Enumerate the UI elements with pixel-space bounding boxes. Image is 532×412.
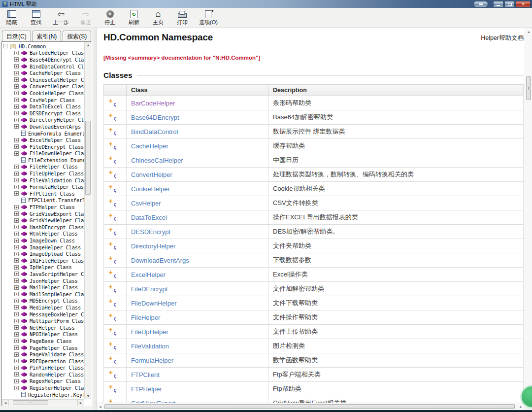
expand-icon[interactable] <box>14 345 19 350</box>
tree-item[interactable]: DESDEncrypt Class <box>3 110 84 117</box>
tree-item[interactable]: GridViewExport Class <box>3 210 84 217</box>
tree-item[interactable]: FTPHelper Class <box>3 204 84 210</box>
tree-item[interactable]: ImageUpload Class <box>3 250 84 257</box>
expand-icon[interactable] <box>14 312 19 316</box>
expand-icon[interactable] <box>14 265 19 270</box>
expand-icon[interactable] <box>14 118 19 122</box>
expand-icon[interactable] <box>14 258 19 263</box>
expand-icon[interactable] <box>14 272 19 276</box>
expand-icon[interactable] <box>14 84 19 89</box>
class-link[interactable]: FTPHelper <box>131 385 162 393</box>
class-link[interactable]: FTPClient <box>131 371 160 378</box>
class-link[interactable]: DownloadEventArgs <box>131 257 189 264</box>
expand-icon[interactable] <box>14 57 19 62</box>
toolbar-button[interactable]: 主页 <box>149 9 167 27</box>
expand-icon[interactable] <box>14 185 19 189</box>
tree-root[interactable]: HD.Common <box>3 43 84 50</box>
scroll-up-icon[interactable]: ▲ <box>85 42 92 48</box>
class-link[interactable]: DirectoryHelper <box>131 242 175 250</box>
expand-icon[interactable] <box>14 305 19 309</box>
expand-icon[interactable] <box>14 51 19 55</box>
tree-item[interactable]: MessageBoxHelper Class <box>3 311 84 318</box>
class-link[interactable]: ConvertHelper <box>131 171 172 178</box>
tree-item[interactable]: ExcelHelper Class <box>3 137 84 143</box>
tree-item[interactable]: FileDEncrypt Class <box>3 143 84 150</box>
class-link[interactable]: FileDownHelper <box>131 300 176 307</box>
tree-item[interactable]: MD5Encrypt Class <box>3 298 84 305</box>
class-link[interactable]: FormulaHelper <box>131 357 173 364</box>
expand-icon[interactable] <box>14 104 19 109</box>
class-link[interactable]: BindDataControl <box>131 128 178 136</box>
class-link[interactable]: CacheHelper <box>131 142 168 150</box>
toolbar-button[interactable]: 打印 <box>173 9 191 27</box>
expand-icon[interactable] <box>14 232 19 236</box>
tree-item[interactable]: PDFOperation Class <box>3 358 84 365</box>
tree-item[interactable]: ConvertHelper Class <box>3 83 84 90</box>
tree-item[interactable]: PageHelper Class <box>3 344 84 351</box>
class-link[interactable]: FileUpHelper <box>131 328 168 336</box>
expand-icon[interactable] <box>14 191 19 196</box>
tree-item[interactable]: BarCodeHelper Class <box>3 50 84 57</box>
tree-item[interactable]: JavaScriptHelper Class <box>3 271 84 277</box>
tree-item[interactable]: Base64DEncrypt Class <box>3 56 84 63</box>
tree-item[interactable]: ImageDown Class <box>3 237 84 244</box>
expand-icon[interactable] <box>14 252 19 256</box>
tree-item[interactable]: CacheHelper Class <box>3 69 84 76</box>
expand-icon[interactable] <box>14 379 19 383</box>
expand-icon[interactable] <box>14 138 19 142</box>
tree-item[interactable]: GridViewHelper Class <box>3 217 84 224</box>
tree-item[interactable]: RandomHelper Class <box>3 371 84 378</box>
class-link[interactable]: CsvHelper <box>131 200 161 207</box>
class-link[interactable]: FileDEncrypt <box>131 285 167 293</box>
tree-item[interactable]: IpHelper Class <box>3 264 84 271</box>
tree-item[interactable]: BindDataControl Class <box>3 63 84 70</box>
expand-icon[interactable] <box>14 339 19 343</box>
tree-item[interactable]: FormulaHelper Class <box>3 183 84 190</box>
toolbar-button[interactable]: 选项(O) <box>198 9 219 27</box>
class-link[interactable]: DataToExcel <box>131 214 167 221</box>
tree-item[interactable]: CookieHelper Class <box>3 90 84 97</box>
expand-icon[interactable] <box>14 225 19 229</box>
titlebar-extra-button[interactable] <box>473 1 488 7</box>
scroll-left-icon[interactable]: ◄ <box>97 403 104 411</box>
expand-icon[interactable] <box>14 91 19 95</box>
tree-item[interactable]: MailSmtpHelper Class <box>3 291 84 298</box>
content-horizontal-scrollbar[interactable]: ◄ ► <box>97 403 525 410</box>
class-link[interactable]: ExcelHelper <box>131 271 166 278</box>
expand-icon[interactable] <box>14 64 19 69</box>
tree-item[interactable]: FileDownHelper Class <box>3 150 84 157</box>
scroll-right-icon[interactable]: ► <box>77 400 84 406</box>
expand-icon[interactable] <box>14 352 19 357</box>
expand-icon[interactable] <box>14 111 19 115</box>
tree-item[interactable]: CsvHelper Class <box>3 97 84 103</box>
tree-item[interactable]: FTPClient Class <box>3 190 84 197</box>
expand-icon[interactable] <box>14 285 19 290</box>
tree-item[interactable]: FileExtension Enumeration <box>3 157 84 164</box>
toolbar-button[interactable]: 前进 <box>77 9 95 27</box>
expand-icon[interactable] <box>14 372 19 377</box>
expand-icon[interactable] <box>14 325 19 330</box>
expand-icon[interactable] <box>14 124 19 129</box>
tree-item[interactable]: NetHelper Class <box>3 324 84 331</box>
toolbar-button[interactable]: 隐藏 <box>3 9 21 27</box>
scroll-left-icon[interactable]: ◄ <box>2 400 9 406</box>
expand-icon[interactable] <box>14 278 19 283</box>
tree-item[interactable]: FileUpHelper Class <box>3 170 84 177</box>
expand-icon[interactable] <box>14 172 19 176</box>
tree-item[interactable]: PinYinHelper Class <box>3 365 84 372</box>
tree-item[interactable]: PageBase Class <box>3 338 84 344</box>
tree-item[interactable]: FTPClient.TransferType Enumeration <box>3 197 84 204</box>
tree-vertical-scrollbar[interactable]: ▲ ▼ <box>84 42 91 399</box>
expand-icon[interactable] <box>14 332 19 337</box>
scroll-down-icon[interactable]: ▼ <box>85 393 92 399</box>
tree-vscroll-thumb[interactable] <box>85 121 91 195</box>
tree-item[interactable]: HtmlHelper Class <box>3 231 84 238</box>
close-button[interactable]: ✕ <box>516 1 531 7</box>
expand-icon[interactable] <box>14 245 19 249</box>
class-link[interactable]: Base64DEncrypt <box>131 114 179 121</box>
expand-icon[interactable] <box>14 239 19 243</box>
minimize-button[interactable] <box>493 1 503 7</box>
tree-item[interactable]: NPOIHelper Class <box>3 331 84 338</box>
tree-item[interactable]: INIFileHelper Class <box>3 257 84 264</box>
class-link[interactable]: FileValidation <box>131 343 169 350</box>
